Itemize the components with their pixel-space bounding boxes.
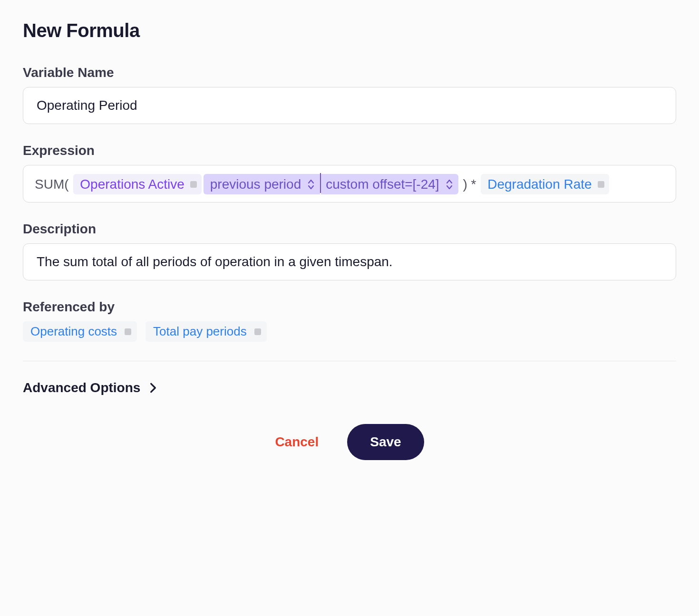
token-period-group: previous period custom offset=[-24]	[203, 173, 459, 195]
token-custom-offset-label: custom offset=[-24]	[326, 174, 439, 194]
token-custom-offset[interactable]: custom offset=[-24]	[321, 174, 458, 194]
token-handle-icon	[190, 181, 197, 188]
ref-chip-label: Total pay periods	[153, 324, 247, 339]
token-operations-active[interactable]: Operations Active	[73, 174, 201, 194]
token-handle-icon	[598, 181, 604, 188]
section-divider	[23, 361, 676, 361]
expression-close-mul: ) *	[459, 174, 480, 194]
referenced-by-group: Referenced by Operating costs Total pay …	[23, 299, 676, 342]
token-handle-icon	[254, 328, 261, 335]
token-handle-icon	[125, 328, 131, 335]
token-degradation-rate-label: Degradation Rate	[487, 174, 592, 194]
ref-chip-operating-costs[interactable]: Operating costs	[23, 321, 137, 342]
expression-input[interactable]: SUM( Operations Active previous period c…	[23, 165, 676, 202]
description-input[interactable]	[23, 243, 676, 280]
description-label: Description	[23, 221, 676, 237]
chevron-right-icon	[147, 382, 159, 394]
token-degradation-rate[interactable]: Degradation Rate	[481, 174, 609, 194]
page-title: New Formula	[23, 20, 676, 41]
token-operations-active-label: Operations Active	[80, 174, 184, 194]
action-bar: Cancel Save	[23, 424, 676, 460]
advanced-options-label: Advanced Options	[23, 380, 140, 395]
token-previous-period-label: previous period	[210, 174, 301, 194]
expression-label: Expression	[23, 143, 676, 158]
referenced-by-list: Operating costs Total pay periods	[23, 321, 676, 342]
expression-group: Expression SUM( Operations Active previo…	[23, 143, 676, 202]
token-previous-period[interactable]: previous period	[204, 174, 320, 194]
cancel-button[interactable]: Cancel	[275, 434, 319, 450]
variable-name-group: Variable Name	[23, 65, 676, 124]
ref-chip-total-pay-periods[interactable]: Total pay periods	[146, 321, 267, 342]
referenced-by-label: Referenced by	[23, 299, 676, 315]
variable-name-label: Variable Name	[23, 65, 676, 80]
variable-name-input[interactable]	[23, 87, 676, 124]
stepper-icon	[445, 178, 454, 191]
description-group: Description	[23, 221, 676, 280]
stepper-icon	[307, 178, 315, 191]
advanced-options-toggle[interactable]: Advanced Options	[23, 380, 676, 395]
ref-chip-label: Operating costs	[30, 324, 117, 339]
save-button[interactable]: Save	[347, 424, 424, 460]
expression-fn-open: SUM(	[35, 174, 72, 194]
